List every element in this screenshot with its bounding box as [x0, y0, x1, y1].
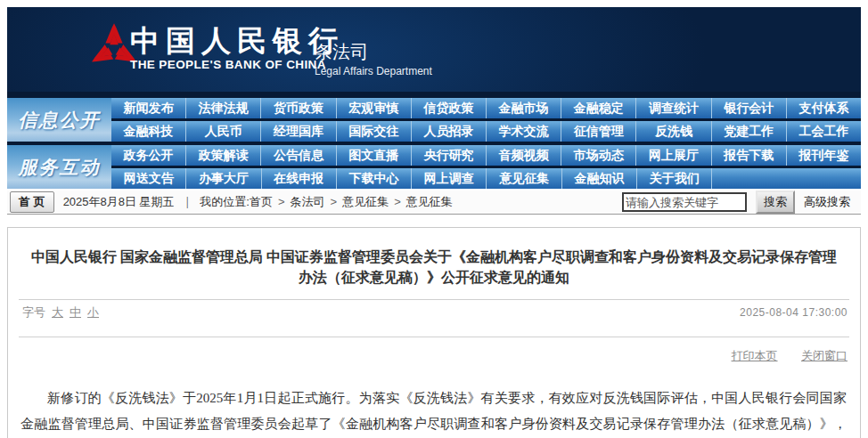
nav-item[interactable]: 关于我们	[636, 168, 711, 189]
current-date: 2025年8月8日 星期五	[63, 194, 175, 210]
nav-item[interactable]: 新闻发布	[111, 98, 185, 118]
nav-item[interactable]: 金融市场	[486, 98, 561, 118]
nav-item[interactable]: 报告下载	[711, 145, 786, 166]
breadcrumb-separator: >	[394, 195, 401, 208]
font-size-option[interactable]: 中	[70, 305, 81, 319]
nav-item[interactable]: 报刊年鉴	[786, 145, 861, 166]
article-container: 中国人民银行 国家金融监督管理总局 中国证券监督管理委员会关于《金融机构客户尽职…	[7, 227, 861, 438]
nav-row: 金融科技人民币经理国库国际交往人员招录学术交流征信管理反洗钱党建工作工会工作	[111, 121, 861, 142]
bank-name-cn: 中国人民银行	[130, 25, 344, 57]
advanced-search-link[interactable]: 高级搜索	[804, 194, 850, 210]
nav-item[interactable]: 征信管理	[561, 121, 635, 142]
nav-rows: 政务公开政策解读公告信息图文直播央行研究音频视频市场动态网上展厅报告下载报刊年鉴…	[111, 145, 861, 189]
nav-item[interactable]: 金融知识	[561, 168, 636, 189]
font-size-label: 字号	[22, 305, 45, 319]
department-name-en: Legal Affairs Department	[315, 65, 432, 77]
article-title: 中国人民银行 国家金融监督管理总局 中国证券监督管理委员会关于《金融机构客户尽职…	[28, 247, 840, 288]
nav-item[interactable]: 下载中心	[336, 168, 411, 189]
close-window-link[interactable]: 关闭窗口	[801, 349, 848, 362]
department-block: 条法司 Legal Affairs Department	[315, 41, 432, 77]
page: 中国人民银行 THE PEOPLE'S BANK OF CHINA 条法司 Le…	[0, 0, 868, 438]
nav-item[interactable]: 调查统计	[635, 98, 710, 118]
nav-item[interactable]: 信贷政策	[411, 98, 486, 118]
breadcrumb-item[interactable]: 意见征集	[342, 195, 389, 208]
search-button[interactable]: 搜索	[756, 191, 795, 214]
nav-item[interactable]: 政策解读	[185, 145, 260, 166]
breadcrumb-item[interactable]: 意见征集	[406, 195, 453, 208]
nav-item[interactable]: 公告信息	[260, 145, 335, 166]
nav-item[interactable]: 银行会计	[711, 98, 786, 118]
nav-item[interactable]: 法律法规	[185, 98, 260, 118]
nav-item[interactable]: 人民币	[185, 121, 260, 142]
nav-item[interactable]: 国际交往	[336, 121, 411, 142]
pipe-divider: ｜	[182, 194, 193, 210]
main-navigation: 信息公开 新闻发布法律法规货币政策宏观审慎信贷政策金融市场金融稳定调查统计银行会…	[7, 98, 861, 189]
nav-section-info: 信息公开 新闻发布法律法规货币政策宏观审慎信贷政策金融市场金融稳定调查统计银行会…	[7, 98, 861, 142]
breadcrumb-separator: >	[278, 195, 285, 208]
article-meta-row: 字号大中小 2025-08-04 17:30:00	[8, 300, 860, 325]
print-page-link[interactable]: 打印本页	[732, 349, 778, 362]
department-name-cn: 条法司	[315, 41, 432, 62]
nav-item[interactable]: 学术交流	[486, 121, 561, 142]
nav-item[interactable]: 货币政策	[260, 98, 335, 118]
nav-item[interactable]: 图文直播	[336, 145, 411, 166]
nav-item[interactable]: 网上调查	[411, 168, 486, 189]
nav-item[interactable]: 音频视频	[486, 145, 561, 166]
nav-item[interactable]: 人员招录	[411, 121, 486, 142]
home-button[interactable]: 首 页	[10, 191, 54, 213]
nav-item[interactable]: 党建工作	[711, 121, 786, 142]
nav-section-label-text: 服务互动	[19, 155, 101, 180]
header-banner: 中国人民银行 THE PEOPLE'S BANK OF CHINA 条法司 Le…	[7, 7, 861, 98]
nav-row: 新闻发布法律法规货币政策宏观审慎信贷政策金融市场金融稳定调查统计银行会计支付体系	[111, 98, 861, 118]
nav-rows: 新闻发布法律法规货币政策宏观审慎信贷政策金融市场金融稳定调查统计银行会计支付体系…	[111, 98, 861, 142]
bank-name-en: THE PEOPLE'S BANK OF CHINA	[130, 58, 344, 71]
nav-item[interactable]: 网送文告	[111, 168, 185, 189]
nav-item[interactable]: 网上展厅	[635, 145, 710, 166]
nav-item[interactable]: 支付体系	[786, 98, 861, 118]
nav-section-label-text: 信息公开	[19, 108, 101, 133]
article-paragraph: 新修订的《反洗钱法》于2025年1月1日起正式施行。为落实《反洗钱法》有关要求，…	[20, 385, 847, 438]
nav-item[interactable]: 宏观审慎	[336, 98, 411, 118]
nav-section-label: 信息公开	[7, 98, 111, 142]
breadcrumb-item[interactable]: 条法司	[291, 195, 325, 208]
publish-datetime: 2025-08-04 17:30:00	[740, 306, 848, 319]
breadcrumb-bar: 首 页 2025年8月8日 星期五 ｜ 我的位置:首页 >条法司>意见征集>意见…	[7, 191, 861, 215]
font-size-option[interactable]: 大	[52, 305, 63, 319]
nav-section-label: 服务互动	[7, 145, 111, 189]
breadcrumb-path: >条法司>意见征集>意见征集	[273, 194, 453, 210]
nav-item[interactable]: 央行研究	[411, 145, 486, 166]
nav-item[interactable]: 政务公开	[111, 145, 185, 166]
font-size-control: 字号大中小	[22, 304, 99, 320]
nav-item[interactable]: 工会工作	[786, 121, 861, 142]
nav-row: 政务公开政策解读公告信息图文直播央行研究音频视频市场动态网上展厅报告下载报刊年鉴	[111, 145, 861, 166]
nav-item[interactable]: 在线申报	[261, 168, 336, 189]
article-actions-row: 打印本页 关闭窗口	[8, 337, 860, 364]
nav-row: 网送文告办事大厅在线申报下载中心网上调查意见征集金融知识关于我们	[111, 168, 861, 189]
nav-item[interactable]: 金融稳定	[561, 98, 635, 118]
nav-item[interactable]: 市场动态	[561, 145, 635, 166]
nav-section-service: 服务互动 政务公开政策解读公告信息图文直播央行研究音频视频市场动态网上展厅报告下…	[7, 145, 861, 189]
nav-item[interactable]: 办事大厅	[185, 168, 260, 189]
bank-name-block: 中国人民银行 THE PEOPLE'S BANK OF CHINA	[130, 25, 344, 71]
nav-item[interactable]: 意见征集	[486, 168, 561, 189]
nav-item[interactable]: 反洗钱	[635, 121, 710, 142]
nav-filler	[711, 168, 861, 189]
breadcrumb-location-label[interactable]: 我的位置:首页	[200, 194, 273, 210]
nav-item[interactable]: 金融科技	[111, 121, 185, 142]
nav-item[interactable]: 经理国库	[260, 121, 335, 142]
breadcrumb-separator: >	[331, 195, 338, 208]
font-size-option[interactable]: 小	[87, 305, 99, 319]
search-input[interactable]	[622, 192, 747, 212]
